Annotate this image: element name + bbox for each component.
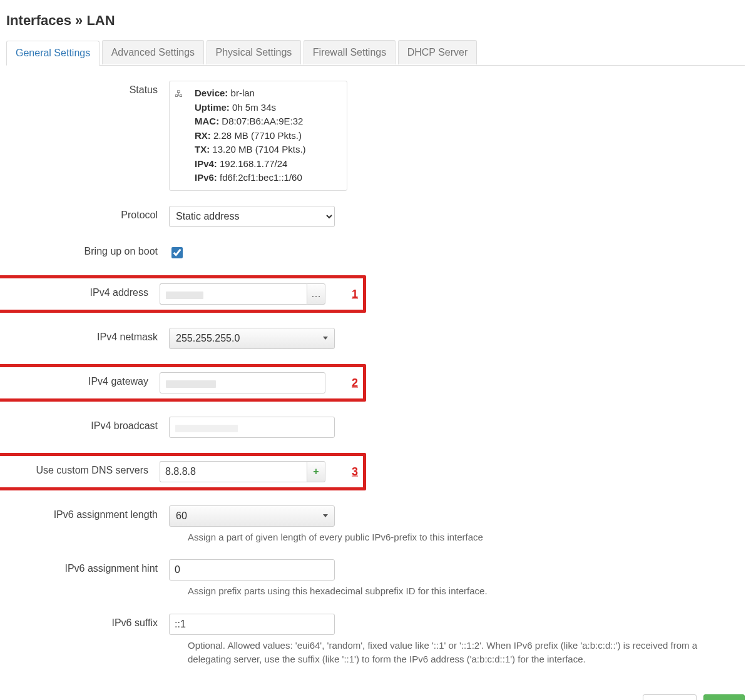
dns-add-button[interactable]: + — [307, 461, 325, 482]
tab-physical-settings[interactable]: Physical Settings — [207, 40, 302, 64]
annotation-number-1: 1 — [352, 287, 358, 300]
network-bridge-icon: 🖧 — [175, 86, 190, 185]
bring-up-label: Bring up on boot — [6, 242, 169, 257]
page-title: Interfaces » LAN — [6, 13, 745, 29]
dns-server-input[interactable] — [160, 461, 307, 482]
ipv4-netmask-select[interactable]: 255.255.255.0 — [169, 328, 335, 349]
status-box: 🖧 Device: br-lan Uptime: 0h 5m 34s MAC: … — [169, 81, 347, 191]
annotation-box-1: 1 IPv4 address … — [0, 275, 366, 313]
ipv6-length-select[interactable]: 60 — [169, 505, 335, 527]
tab-firewall-settings[interactable]: Firewall Settings — [304, 40, 396, 64]
save-button[interactable]: Save — [703, 694, 745, 701]
status-rx-label: RX: — [195, 130, 211, 141]
protocol-label: Protocol — [6, 206, 169, 221]
status-tx-label: TX: — [195, 144, 210, 155]
ipv6-length-help: Assign a part of given length of every p… — [188, 530, 557, 545]
ipv6-hint-help: Assign prefix parts using this hexadecim… — [188, 584, 557, 599]
ipv6-suffix-input[interactable] — [169, 614, 335, 635]
status-mac: D8:07:B6:AA:9E:32 — [222, 116, 303, 126]
tab-dhcp-server[interactable]: DHCP Server — [398, 40, 478, 64]
protocol-select[interactable]: Static address — [169, 206, 335, 227]
ipv6-hint-label: IPv6 assignment hint — [6, 559, 169, 574]
status-uptime-label: Uptime: — [195, 102, 230, 113]
annotation-box-3: 3 Use custom DNS servers + — [0, 453, 366, 490]
ipv6-length-value: 60 — [176, 510, 187, 522]
status-device-label: Device: — [195, 88, 228, 98]
bring-up-checkbox[interactable] — [171, 247, 183, 258]
tab-advanced-settings[interactable]: Advanced Settings — [102, 40, 204, 64]
dialog-footer: Dismiss Save — [6, 682, 745, 701]
status-ipv4-label: IPv4: — [195, 158, 217, 169]
ipv6-length-label: IPv6 assignment length — [6, 505, 169, 520]
ipv4-netmask-label: IPv4 netmask — [6, 328, 169, 343]
tab-bar: General Settings Advanced Settings Physi… — [6, 40, 745, 66]
status-ipv4: 192.168.1.77/24 — [220, 158, 287, 169]
ipv6-suffix-label: IPv6 suffix — [6, 614, 169, 629]
status-tx: 13.20 MB (7104 Pkts.) — [212, 144, 305, 155]
ipv4-netmask-value: 255.255.255.0 — [176, 333, 240, 344]
ipv6-hint-input[interactable] — [169, 559, 335, 581]
status-ipv6: fd6f:2cf1:bec1::1/60 — [220, 172, 302, 183]
chevron-down-icon — [323, 514, 328, 517]
tab-general-settings[interactable]: General Settings — [6, 41, 100, 66]
status-mac-label: MAC: — [195, 116, 219, 126]
ipv4-address-label: IPv4 address — [6, 283, 160, 298]
status-ipv6-label: IPv6: — [195, 172, 217, 183]
ipv6-suffix-help: Optional. Allowed values: 'eui64', 'rand… — [188, 639, 707, 667]
ipv4-gateway-label: IPv4 gateway — [6, 372, 160, 387]
status-label: Status — [6, 81, 169, 96]
dismiss-button[interactable]: Dismiss — [643, 694, 697, 701]
annotation-box-2: 2 IPv4 gateway — [0, 364, 366, 402]
dns-label: Use custom DNS servers — [6, 461, 160, 476]
annotation-number-3: 3 — [352, 465, 358, 478]
annotation-number-2: 2 — [352, 376, 358, 389]
chevron-down-icon — [323, 337, 328, 340]
status-uptime: 0h 5m 34s — [232, 102, 276, 113]
ipv4-broadcast-label: IPv4 broadcast — [6, 417, 169, 432]
status-device: br-lan — [231, 88, 255, 98]
ipv4-address-more-button[interactable]: … — [307, 283, 325, 305]
status-rx: 2.28 MB (7710 Pkts.) — [213, 130, 302, 141]
